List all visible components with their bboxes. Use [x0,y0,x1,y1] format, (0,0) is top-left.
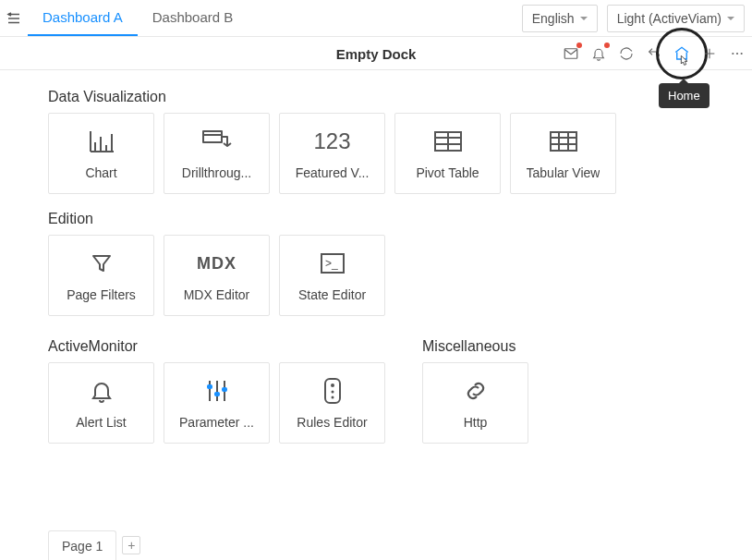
svg-point-37 [331,396,334,399]
section-title-data-visualization: Data Visualization [48,89,734,105]
card-label: Pivot Table [416,165,479,180]
refresh-button[interactable] [617,44,636,63]
svg-rect-33 [222,387,227,392]
card-label: Page Filters [67,287,136,302]
card-label: Rules Editor [297,415,367,430]
titlebar-icons: Home [562,44,746,63]
svg-point-8 [741,52,743,54]
home-button[interactable]: Home [673,44,691,63]
titlebar: Empty Dock [0,37,752,70]
tabular-view-icon [550,127,577,156]
card-label: State Editor [298,287,366,302]
tab-dashboard-a[interactable]: Dashboard A [28,0,138,36]
section-active-monitor: ActiveMonitor Alert List [48,333,385,460]
home-icon [673,45,690,62]
page-tab-1[interactable]: Page 1 [48,530,116,560]
topbar: Dashboard A Dashboard B English Light (A… [0,0,752,37]
card-row-miscellaneous: Http [422,362,528,444]
svg-text:>_: >_ [325,257,338,270]
card-row-edition: Page Filters MDX MDX Editor >_ State Edi… [48,235,734,316]
card-page-filters[interactable]: Page Filters [48,235,154,316]
theme-dropdown[interactable]: Light (ActiveViam) [607,5,745,32]
card-label: Tabular View [527,165,600,180]
chart-icon [88,127,115,156]
page-title: Empty Dock [336,45,417,61]
tab-label: Dashboard B [152,9,234,25]
card-http[interactable]: Http [422,362,528,444]
chevron-down-icon [727,17,734,20]
parameter-icon [204,376,230,406]
section-miscellaneous: Miscellaneous Http [422,333,528,460]
mdx-icon: MDX [197,249,237,278]
more-button[interactable] [728,44,746,63]
language-dropdown[interactable]: English [522,5,598,32]
svg-rect-31 [207,384,212,389]
card-label: Alert List [76,415,126,430]
svg-point-35 [331,383,334,387]
card-parameter[interactable]: Parameter ... [164,362,270,444]
card-label: Chart [85,165,116,180]
notification-dot [604,43,610,48]
card-rules-editor[interactable]: Rules Editor [279,362,385,444]
card-state-editor[interactable]: >_ State Editor [279,235,385,316]
ellipsis-icon [730,46,745,61]
link-icon [464,376,488,406]
card-mdx-editor[interactable]: MDX MDX Editor [164,235,270,316]
drillthrough-icon [201,127,233,156]
card-label: Parameter ... [179,415,254,430]
section-title-edition: Edition [48,211,734,227]
card-chart[interactable]: Chart [48,113,154,194]
card-label: MDX Editor [184,287,250,302]
card-row-active-monitor: Alert List Parameter ... [48,362,385,444]
card-featured-values[interactable]: 123 Featured V... [279,113,385,194]
notification-dot [576,43,582,48]
card-pivot-table[interactable]: Pivot Table [394,113,501,194]
svg-point-7 [736,52,738,54]
dashboard-tabs: Dashboard A Dashboard B [28,0,522,36]
undo-button[interactable] [645,44,663,63]
refresh-icon [619,46,634,61]
section-title-miscellaneous: Miscellaneous [422,338,528,355]
plus-icon [702,46,717,61]
section-title-active-monitor: ActiveMonitor [48,338,385,355]
svg-rect-15 [203,131,222,142]
rules-icon [324,376,341,406]
mail-button[interactable] [562,44,580,63]
card-label: Drillthroug... [182,165,251,180]
svg-rect-32 [214,392,220,396]
undo-icon [647,46,661,61]
sidebar-toggle[interactable] [0,0,28,36]
pivot-table-icon [434,127,462,156]
notifications-button[interactable] [589,44,608,63]
svg-rect-21 [551,132,576,151]
card-alert-list[interactable]: Alert List [48,362,154,444]
card-row-data-visualization: Chart Drillthroug... 123 Featured V... [48,113,734,194]
language-dropdown-label: English [532,11,575,26]
bell-icon [591,46,606,61]
page-tab-label: Page 1 [62,539,103,554]
pagesbar: Page 1 + [0,523,752,560]
chevron-down-icon [580,17,588,20]
card-label: Http [464,415,488,430]
add-page-button[interactable]: + [122,536,140,554]
tab-label: Dashboard A [42,9,123,25]
card-label: Featured V... [296,165,370,180]
topbar-right: English Light (ActiveViam) [522,0,752,36]
bell-icon [91,376,113,406]
featured-values-icon: 123 [313,127,350,156]
add-button[interactable] [700,44,719,63]
svg-point-6 [732,52,734,54]
theme-dropdown-label: Light (ActiveViam) [617,11,722,26]
card-drillthrough[interactable]: Drillthroug... [164,113,270,194]
state-editor-icon: >_ [321,249,345,278]
filter-icon [91,249,113,278]
content: Data Visualization Chart Drillthroug.. [0,70,752,523]
svg-point-36 [331,391,334,394]
plus-icon: + [127,538,135,553]
card-tabular-view[interactable]: Tabular View [510,113,616,194]
tab-dashboard-b[interactable]: Dashboard B [138,0,249,36]
home-tooltip: Home [659,83,710,108]
